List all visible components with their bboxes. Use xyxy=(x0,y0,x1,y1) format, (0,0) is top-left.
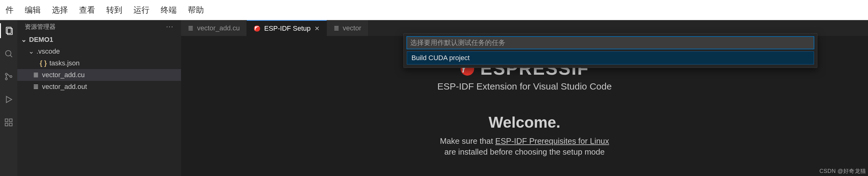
text-file-icon: ≣ xyxy=(334,24,339,32)
tab-label: vector_add.cu xyxy=(197,24,240,32)
tab-vector[interactable]: ≣ vector xyxy=(327,20,369,36)
tree-file-tasks-json[interactable]: { } tasks.json xyxy=(17,57,181,69)
watermark-text: CSDN @好奇龙猫 xyxy=(819,167,866,175)
esp-prereq-line: Make sure that ESP-IDF Prerequisites for… xyxy=(440,136,609,146)
espressif-icon xyxy=(254,25,260,32)
tree-file-vector-add-cu[interactable]: ≣ vector_add.cu xyxy=(17,69,181,81)
tab-vector-add-cu[interactable]: ≣ vector_add.cu xyxy=(181,20,247,36)
editor-area: ≣ vector_add.cu ESP-IDF Setup ✕ ≣ vector… xyxy=(181,20,868,176)
explorer-sidebar: 资源管理器 ··· ⌄ DEMO1 ⌄ .vscode { } tasks.js… xyxy=(17,20,181,176)
svg-point-5 xyxy=(5,78,7,80)
svg-rect-9 xyxy=(5,123,8,126)
quick-pick-list: Build CUDA project xyxy=(407,51,814,65)
svg-rect-8 xyxy=(5,119,8,122)
menu-item-file[interactable]: 件 xyxy=(0,5,19,16)
explorer-icon[interactable] xyxy=(0,23,17,38)
tree-folder-vscode[interactable]: ⌄ .vscode xyxy=(17,46,181,57)
search-icon[interactable] xyxy=(0,46,17,61)
svg-line-3 xyxy=(10,55,12,57)
svg-rect-10 xyxy=(9,123,12,126)
svg-point-6 xyxy=(10,76,12,77)
menu-item-go[interactable]: 转到 xyxy=(101,5,128,16)
tab-label: ESP-IDF Setup xyxy=(264,24,310,32)
task-quick-pick: Build CUDA project xyxy=(403,33,817,68)
sidebar-header: 资源管理器 ··· xyxy=(17,20,181,33)
esp-prereq-pre: Make sure that xyxy=(440,136,495,146)
menu-bar: 件 编辑 选择 查看 转到 运行 终端 帮助 xyxy=(0,0,868,20)
tree-file-label: vector_add.out xyxy=(42,83,87,91)
esp-prereq-link[interactable]: ESP-IDF Prerequisites for Linux xyxy=(495,136,609,146)
chevron-down-icon: ⌄ xyxy=(28,47,34,55)
tree-file-label: tasks.json xyxy=(50,59,80,67)
workbench: 资源管理器 ··· ⌄ DEMO1 ⌄ .vscode { } tasks.js… xyxy=(0,20,868,176)
quick-pick-input[interactable] xyxy=(407,36,814,49)
menu-item-help[interactable]: 帮助 xyxy=(182,5,210,16)
source-control-icon[interactable] xyxy=(0,69,17,84)
text-file-icon: ≣ xyxy=(32,83,39,91)
svg-marker-7 xyxy=(6,96,12,103)
tree-file-label: vector_add.cu xyxy=(42,71,85,79)
close-icon[interactable]: ✕ xyxy=(314,25,320,32)
menu-item-select[interactable]: 选择 xyxy=(46,5,73,16)
tab-label: vector xyxy=(343,24,362,32)
tree-file-vector-add-out[interactable]: ≣ vector_add.out xyxy=(17,81,181,93)
tree-root-folder[interactable]: ⌄ DEMO1 xyxy=(17,34,181,46)
svg-rect-11 xyxy=(9,119,12,122)
text-file-icon: ≣ xyxy=(32,71,39,79)
json-file-icon: { } xyxy=(39,59,47,67)
more-actions-icon[interactable]: ··· xyxy=(166,23,174,31)
chevron-down-icon: ⌄ xyxy=(21,35,27,44)
svg-point-4 xyxy=(5,73,7,75)
text-file-icon: ≣ xyxy=(188,24,193,32)
extensions-icon[interactable] xyxy=(0,115,17,130)
svg-point-2 xyxy=(6,51,11,56)
esp-subtitle: ESP-IDF Extension for Visual Studio Code xyxy=(437,81,612,92)
file-tree: ⌄ DEMO1 ⌄ .vscode { } tasks.json ≣ vecto… xyxy=(17,33,181,93)
menu-item-terminal[interactable]: 终端 xyxy=(155,5,182,16)
tree-root-label: DEMO1 xyxy=(29,35,53,44)
sidebar-title: 资源管理器 xyxy=(25,23,56,31)
menu-item-edit[interactable]: 编辑 xyxy=(19,5,46,16)
run-debug-icon[interactable] xyxy=(0,92,17,107)
tab-esp-idf-setup[interactable]: ESP-IDF Setup ✕ xyxy=(247,20,327,36)
quick-pick-item-build-cuda[interactable]: Build CUDA project xyxy=(407,51,814,65)
esp-prereq-line-2: are installed before choosing the setup … xyxy=(444,147,605,157)
menu-item-view[interactable]: 查看 xyxy=(73,5,101,16)
esp-welcome-heading: Welcome. xyxy=(489,114,561,131)
tree-folder-label: .vscode xyxy=(36,47,60,55)
activity-bar xyxy=(0,20,17,176)
menu-item-run[interactable]: 运行 xyxy=(128,5,155,16)
